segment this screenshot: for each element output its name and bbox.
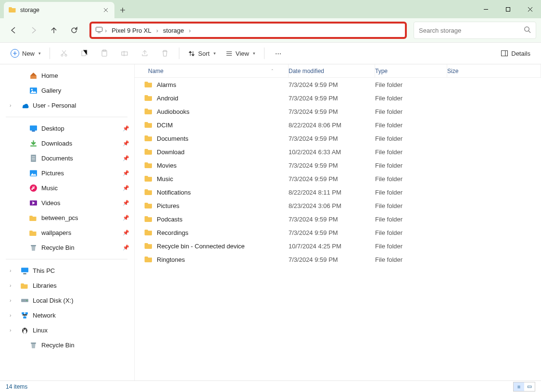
up-button[interactable] bbox=[45, 22, 63, 39]
file-type: File folder bbox=[375, 175, 447, 183]
back-button[interactable] bbox=[5, 22, 22, 39]
search-box[interactable] bbox=[414, 22, 536, 39]
chevron-right-icon[interactable]: › bbox=[10, 328, 16, 333]
copy-button[interactable] bbox=[75, 46, 93, 61]
chevron-right-icon[interactable]: › bbox=[10, 298, 16, 303]
new-button[interactable]: New ▾ bbox=[7, 46, 45, 61]
share-button[interactable] bbox=[136, 46, 154, 61]
sidebar-item-label: Pictures bbox=[41, 170, 119, 177]
sidebar-item-libraries[interactable]: ›Libraries bbox=[4, 278, 132, 293]
sidebar-item-label: This PC bbox=[33, 267, 129, 274]
chevron-right-icon[interactable]: › bbox=[10, 313, 16, 318]
column-date[interactable]: Date modified bbox=[289, 64, 375, 77]
new-tab-button[interactable] bbox=[114, 2, 131, 18]
minimize-button[interactable] bbox=[475, 0, 497, 18]
gallery-icon bbox=[29, 86, 38, 95]
sidebar-item-downloads[interactable]: Downloads📌 bbox=[4, 136, 132, 151]
cut-button[interactable] bbox=[55, 46, 73, 61]
folder-row[interactable]: Movies7/3/2024 9:59 PMFile folder bbox=[135, 159, 541, 172]
folder-row[interactable]: Recycle bin - Connected device10/7/2024 … bbox=[135, 239, 541, 253]
tab-storage[interactable]: storage bbox=[4, 2, 114, 18]
chevron-right-icon[interactable]: › bbox=[10, 283, 16, 288]
recycle-icon bbox=[29, 341, 38, 350]
details-button[interactable]: Details bbox=[497, 46, 534, 61]
folder-row[interactable]: Podcasts7/3/2024 9:59 PMFile folder bbox=[135, 212, 541, 226]
close-window-button[interactable] bbox=[519, 0, 541, 18]
column-name[interactable]: Name˄ bbox=[135, 64, 289, 77]
folder-name: DCIM bbox=[157, 122, 173, 129]
sidebar-item-user-personal[interactable]: ›User - Personal bbox=[4, 98, 132, 113]
chevron-right-icon[interactable]: › bbox=[10, 103, 16, 108]
disk-icon bbox=[20, 296, 29, 305]
sidebar-item-between-pcs[interactable]: between_pcs📌 bbox=[4, 210, 132, 225]
sidebar-item-music[interactable]: Music📌 bbox=[4, 181, 132, 196]
chevron-right-icon[interactable]: › bbox=[156, 27, 158, 34]
folder-row[interactable]: Recordings7/3/2024 9:59 PMFile folder bbox=[135, 226, 541, 239]
sidebar-item-gallery[interactable]: Gallery bbox=[4, 83, 132, 98]
sidebar-item-this-pc[interactable]: ›This PC bbox=[4, 263, 132, 278]
sidebar-item-network[interactable]: ›Network bbox=[4, 308, 132, 323]
svg-point-2 bbox=[525, 27, 529, 31]
folder-row[interactable]: Download10/2/2024 6:33 AMFile folder bbox=[135, 145, 541, 159]
folder-row[interactable]: Android7/3/2024 9:59 PMFile folder bbox=[135, 91, 541, 105]
network-icon bbox=[20, 311, 29, 320]
chevron-right-icon[interactable]: › bbox=[10, 268, 16, 273]
sidebar-item-wallpapers[interactable]: wallpapers📌 bbox=[4, 225, 132, 240]
refresh-button[interactable] bbox=[65, 22, 83, 39]
folder-row[interactable]: Notifications8/22/2024 8:11 PMFile folde… bbox=[135, 185, 541, 199]
search-icon[interactable] bbox=[524, 26, 531, 35]
sidebar-item-linux[interactable]: ›Linux bbox=[4, 323, 132, 338]
documents-icon bbox=[29, 154, 38, 163]
sidebar-item-videos[interactable]: Videos📌 bbox=[4, 196, 132, 210]
sidebar-item-home[interactable]: Home bbox=[4, 68, 132, 83]
folder-row[interactable]: Audiobooks7/3/2024 9:59 PMFile folder bbox=[135, 105, 541, 118]
folder-row[interactable]: Music7/3/2024 9:59 PMFile folder bbox=[135, 172, 541, 185]
folder-row[interactable]: Alarms7/3/2024 9:59 PMFile folder bbox=[135, 78, 541, 91]
navigation-sidebar[interactable]: HomeGallery›User - Personal Desktop📌Down… bbox=[0, 64, 135, 380]
forward-button[interactable] bbox=[25, 22, 42, 39]
file-list[interactable]: Alarms7/3/2024 9:59 PMFile folderAndroid… bbox=[135, 78, 541, 380]
status-bar: 14 items ≡ ▭ bbox=[0, 380, 541, 392]
view-mode-toggle[interactable]: ≡ ▭ bbox=[513, 382, 535, 392]
thumbnails-view-icon[interactable]: ▭ bbox=[524, 382, 535, 391]
address-bar[interactable]: › Pixel 9 Pro XL › storage › bbox=[89, 22, 407, 39]
folder-name: Recordings bbox=[157, 229, 189, 236]
maximize-button[interactable] bbox=[497, 0, 519, 18]
delete-button[interactable] bbox=[156, 46, 174, 61]
folder-row[interactable]: Pictures8/23/2024 3:06 PMFile folder bbox=[135, 199, 541, 212]
breadcrumb-item[interactable]: storage bbox=[160, 25, 187, 36]
sidebar-item-label: Downloads bbox=[41, 140, 119, 147]
column-type[interactable]: Type bbox=[375, 64, 447, 77]
folder-row[interactable]: Ringtones7/3/2024 9:59 PMFile folder bbox=[135, 253, 541, 266]
svg-rect-1 bbox=[96, 27, 102, 31]
more-button[interactable]: ⋯ bbox=[269, 46, 288, 61]
paste-button[interactable] bbox=[95, 46, 113, 61]
folder-icon bbox=[144, 188, 153, 196]
svg-point-25 bbox=[23, 329, 24, 330]
sidebar-item-label: Music bbox=[41, 184, 119, 192]
column-headers[interactable]: Name˄ Date modified Type Size bbox=[135, 64, 541, 78]
breadcrumb-item[interactable]: Pixel 9 Pro XL bbox=[109, 25, 154, 36]
chevron-right-icon[interactable]: › bbox=[189, 27, 190, 34]
sidebar-item-documents[interactable]: Documents📌 bbox=[4, 151, 132, 166]
folder-row[interactable]: DCIM8/22/2024 8:06 PMFile folder bbox=[135, 118, 541, 132]
monitor-icon bbox=[95, 26, 103, 35]
sort-button[interactable]: Sort ▾ bbox=[184, 46, 220, 61]
folder-row[interactable]: Documents7/3/2024 9:59 PMFile folder bbox=[135, 132, 541, 145]
column-size[interactable]: Size bbox=[447, 64, 541, 77]
search-input[interactable] bbox=[419, 27, 524, 34]
sidebar-item-recycle-bin[interactable]: Recycle Bin📌 bbox=[4, 240, 132, 255]
sidebar-item-recycle-bin[interactable]: Recycle Bin bbox=[4, 338, 132, 353]
folder-name: Android bbox=[157, 95, 178, 102]
close-icon[interactable] bbox=[102, 6, 110, 14]
date-modified: 7/3/2024 9:59 PM bbox=[289, 216, 375, 223]
sidebar-item-local-disk-x-[interactable]: ›Local Disk (X:) bbox=[4, 293, 132, 308]
rename-button[interactable] bbox=[115, 46, 134, 61]
chevron-right-icon[interactable]: › bbox=[105, 27, 107, 34]
details-view-icon[interactable]: ≡ bbox=[514, 382, 524, 391]
view-button[interactable]: View ▾ bbox=[222, 46, 259, 61]
pin-icon: 📌 bbox=[123, 215, 129, 221]
sidebar-item-desktop[interactable]: Desktop📌 bbox=[4, 121, 132, 136]
sidebar-item-pictures[interactable]: Pictures📌 bbox=[4, 166, 132, 181]
folder-icon bbox=[144, 135, 153, 143]
